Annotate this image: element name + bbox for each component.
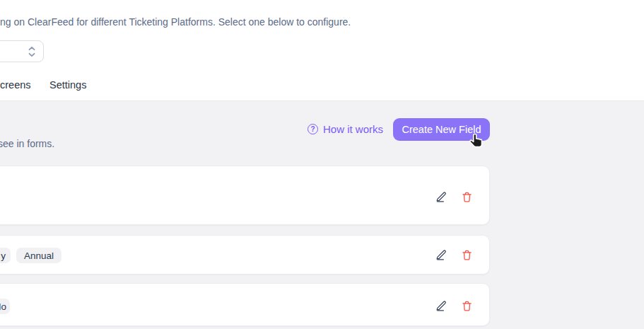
edit-field-button[interactable]: [435, 190, 447, 203]
clearfeed-fields-page: ng on ClearFeed for different Ticketing …: [0, 0, 644, 329]
pencil-line-icon: [435, 300, 447, 312]
trash-icon: [461, 191, 473, 203]
page-subtitle-fragment: see in forms.: [0, 138, 54, 149]
trash-icon: [461, 300, 473, 312]
option-badge: y: [0, 248, 11, 263]
tab-settings[interactable]: Settings: [49, 79, 86, 91]
field-row: y Annual: [0, 235, 490, 275]
delete-field-button[interactable]: [460, 299, 473, 312]
field-row: [0, 166, 490, 225]
tab-screens[interactable]: creens: [0, 79, 31, 91]
create-new-field-button[interactable]: Create New Field: [393, 118, 490, 141]
edit-field-button[interactable]: [435, 248, 447, 261]
how-it-works-link[interactable]: ? How it works: [308, 123, 383, 135]
option-badge: Annual: [16, 248, 62, 263]
question-circle-icon: ?: [308, 124, 318, 134]
option-badge: No: [0, 299, 10, 314]
delete-field-button[interactable]: [460, 190, 473, 203]
delete-field-button[interactable]: [460, 248, 473, 261]
platform-select[interactable]: [0, 40, 44, 62]
intro-text: ng on ClearFeed for different Ticketing …: [0, 16, 351, 28]
chevron-up-down-icon: [28, 45, 36, 58]
edit-field-button[interactable]: [435, 299, 447, 312]
how-it-works-label: How it works: [323, 123, 383, 135]
field-row: No: [0, 283, 490, 326]
pencil-line-icon: [435, 249, 447, 261]
trash-icon: [461, 249, 473, 261]
pencil-line-icon: [435, 191, 447, 203]
